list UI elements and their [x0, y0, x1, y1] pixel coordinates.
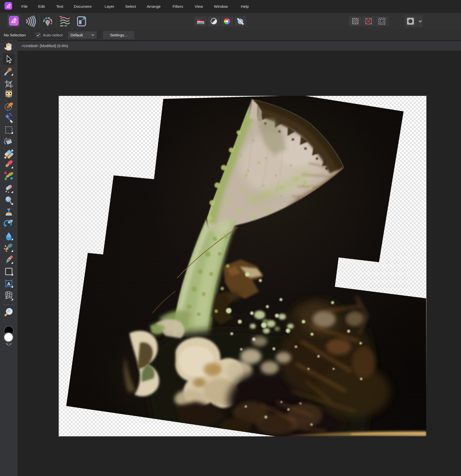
- svg-text:A: A: [7, 281, 11, 287]
